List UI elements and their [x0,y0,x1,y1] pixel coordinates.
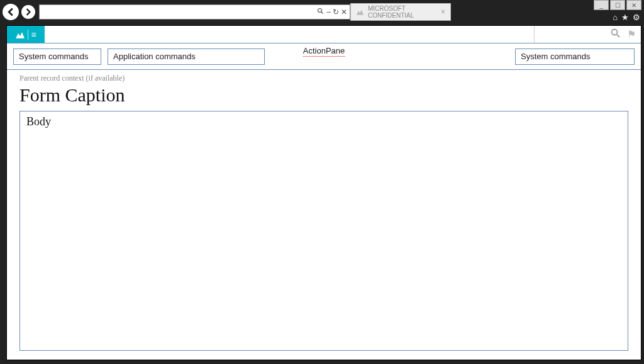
system-commands-left-label: System commands [19,52,89,61]
action-pane-label: ActionPane [303,46,345,57]
svg-line-3 [617,35,619,37]
form-caption: Form Caption [19,84,628,106]
address-bar[interactable]: – ↻ ✕ [39,4,350,20]
application-commands-label: Application commands [113,52,196,61]
app-window: ≡ ⚑ System commands Application commands… [6,25,641,360]
tab-title: MICROSOFT CONFIDENTIAL [368,5,437,19]
app-search-area: ⚑ [534,26,641,43]
svg-point-0 [318,8,322,12]
favorites-icon[interactable]: ★ [621,13,629,22]
parent-record-context: Parent record context (if available) [19,74,628,83]
tab-close-icon[interactable]: × [441,8,445,16]
form-body[interactable]: Body [19,111,628,351]
system-commands-right-label: System commands [521,52,591,61]
flag-icon[interactable]: ⚑ [627,28,636,40]
window-controls: _ ☐ ✕ [594,0,641,10]
form-body-label: Body [26,115,51,128]
app-logo-icon [15,30,25,40]
settings-icon[interactable]: ⚙ [633,13,640,22]
browser-tab[interactable]: MICROSOFT CONFIDENTIAL × [350,3,451,21]
browser-toolbar-icons: ⌂ ★ ⚙ [613,13,640,22]
svg-line-1 [321,11,323,13]
tab-favicon [356,7,364,17]
address-sep: – [326,8,331,16]
browser-chrome: – ↻ ✕ MICROSOFT CONFIDENTIAL × _ ☐ ✕ ⌂ ★… [0,0,644,24]
system-commands-left[interactable]: System commands [13,48,101,65]
window-close-button[interactable]: ✕ [626,0,641,10]
app-logo-button[interactable]: ≡ [7,26,45,43]
nav-back-button[interactable] [3,4,19,20]
form-content: Parent record context (if available) For… [7,70,641,360]
home-icon[interactable]: ⌂ [613,13,618,22]
app-search-icon[interactable] [611,28,621,41]
window-maximize-button[interactable]: ☐ [610,0,625,10]
window-minimize-button[interactable]: _ [594,0,609,10]
app-search-input[interactable] [541,30,604,39]
application-commands[interactable]: Application commands [108,48,265,65]
address-stop-icon[interactable]: ✕ [341,8,347,16]
address-search-icon[interactable] [317,8,325,17]
app-header: ≡ ⚑ [7,26,641,43]
action-pane: System commands Application commands Act… [7,43,641,70]
svg-point-2 [612,29,618,35]
nav-forward-button[interactable] [21,5,35,19]
system-commands-right[interactable]: System commands [515,48,635,65]
hamburger-icon[interactable]: ≡ [31,30,36,40]
app-logo-separator [28,30,28,40]
address-refresh-icon[interactable]: ↻ [333,8,339,16]
